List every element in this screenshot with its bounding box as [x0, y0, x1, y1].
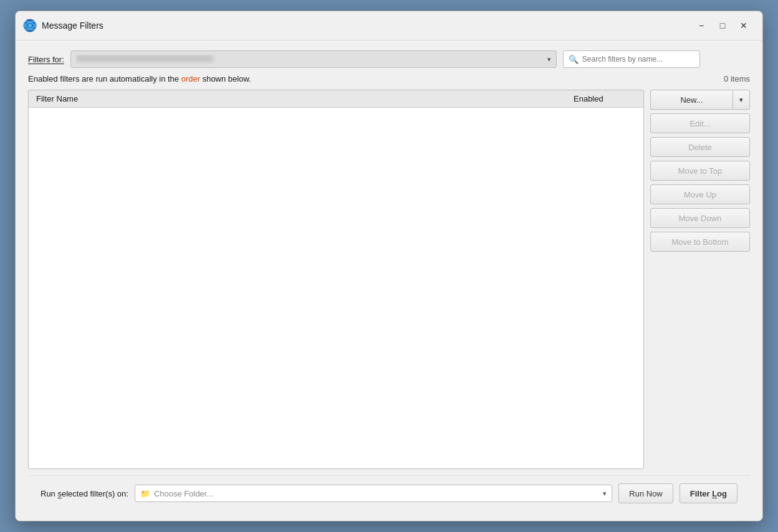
blurred-account — [76, 55, 213, 62]
svg-point-3 — [28, 24, 32, 27]
filters-for-chevron-icon: ▾ — [547, 55, 551, 64]
run-label: Run selected filter(s) on: — [41, 489, 128, 498]
search-box: 🔍 — [563, 50, 700, 68]
choose-folder-dropdown[interactable]: 📁 Choose Folder... ▾ — [135, 485, 612, 502]
folder-icon: 📁 — [140, 489, 150, 498]
move-to-bottom-button[interactable]: Move to Bottom — [650, 232, 750, 252]
new-button[interactable]: New... — [650, 90, 732, 110]
new-dropdown-button[interactable]: ▾ — [732, 90, 750, 110]
folder-chevron-icon: ▾ — [603, 490, 607, 498]
message-filters-dialog: Message Filters − □ ✕ Filters for: ▾ 🔍 — [15, 11, 763, 521]
bottom-bar: Run selected filter(s) on: 📁 Choose Fold… — [28, 475, 750, 511]
move-down-button[interactable]: Move Down — [650, 208, 750, 228]
minimize-button[interactable]: − — [691, 17, 711, 34]
app-logo — [23, 19, 37, 32]
new-button-row: New... ▾ — [650, 90, 750, 110]
move-to-top-button[interactable]: Move to Top — [650, 161, 750, 181]
dialog-body: Filters for: ▾ 🔍 Enabled filters are run… — [16, 40, 762, 521]
filter-log-underline: L — [712, 489, 717, 498]
button-panel: New... ▾ Edit... Delete Move to Top Move… — [650, 90, 750, 469]
run-now-button[interactable]: Run Now — [618, 483, 673, 503]
dialog-title: Message Filters — [42, 21, 691, 31]
window-controls: − □ ✕ — [691, 17, 754, 34]
delete-button[interactable]: Delete — [650, 137, 750, 157]
filter-name-column-header: Filter Name — [36, 94, 574, 103]
filter-enabled-column-header: Enabled — [574, 94, 636, 103]
filter-table: Filter Name Enabled — [28, 90, 644, 469]
maximize-button[interactable]: □ — [713, 17, 732, 34]
filters-for-label: Filters for: — [28, 55, 64, 64]
folder-placeholder: Choose Folder... — [154, 489, 599, 498]
filter-table-header: Filter Name Enabled — [29, 90, 643, 108]
filters-for-row: Filters for: ▾ 🔍 — [28, 50, 750, 68]
info-text: Enabled filters are run automatically in… — [28, 74, 251, 83]
move-up-button[interactable]: Move Up — [650, 184, 750, 204]
edit-button[interactable]: Edit... — [650, 113, 750, 133]
filter-table-body[interactable] — [29, 108, 643, 468]
close-button[interactable]: ✕ — [734, 17, 754, 34]
title-bar: Message Filters − □ ✕ — [16, 11, 762, 40]
filters-for-dropdown[interactable]: ▾ — [70, 50, 557, 68]
filter-log-button[interactable]: Filter Log — [680, 483, 737, 503]
items-count: 0 items — [724, 74, 750, 83]
filters-for-value — [76, 55, 544, 64]
info-row: Enabled filters are run automatically in… — [28, 74, 750, 83]
search-icon: 🔍 — [569, 55, 579, 64]
main-area: Filter Name Enabled New... ▾ Edit... Del… — [28, 90, 750, 469]
search-input[interactable] — [582, 55, 694, 64]
